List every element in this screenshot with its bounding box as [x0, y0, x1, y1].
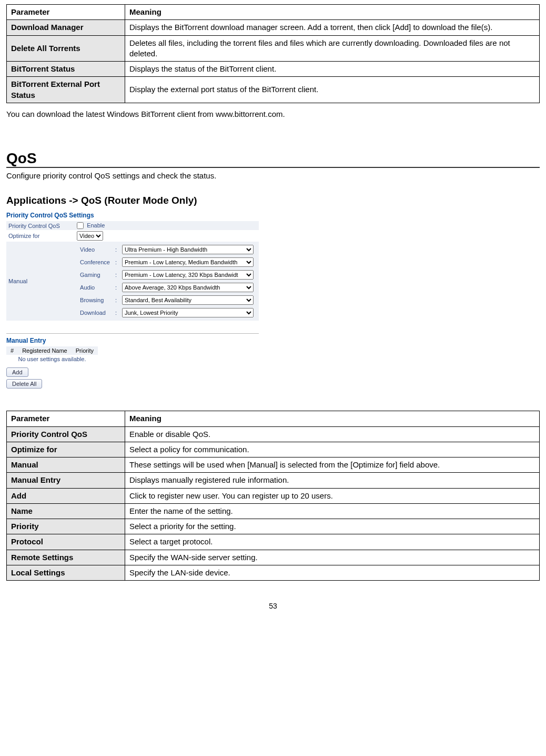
manual-settings-block: Video : Ultra Premium - High Bandwidth C…: [77, 243, 257, 320]
section-title-qos: QoS: [6, 150, 540, 168]
param-name: Manual: [7, 457, 125, 473]
param-meaning: Specify the LAN-side device.: [125, 565, 540, 580]
param-name: Download Manager: [7, 20, 125, 35]
no-user-message: No user settings available.: [6, 355, 98, 363]
manual-conference-select[interactable]: Premium - Low Latency, Medium Bandwidth: [122, 257, 254, 267]
param-meaning: These settings will be used when [Manual…: [125, 457, 540, 473]
optimize-for-label: Optimize for: [6, 230, 75, 242]
param-meaning: Displays the BitTorrent download manager…: [125, 20, 540, 35]
manual-audio-select[interactable]: Above Average, 320 Kbps Bandwidth: [122, 283, 254, 292]
param-name: Name: [7, 503, 125, 519]
enable-qos-checkbox[interactable]: [77, 222, 84, 229]
manual-entry-table: # Registered Name Priority No user setti…: [6, 346, 98, 363]
table-row: BitTorrent External Port Status Display …: [7, 77, 540, 103]
manual-gaming-label: Gaming: [78, 269, 112, 281]
param-name: Remote Settings: [7, 550, 125, 565]
divider: [6, 333, 259, 334]
table-row: Name Enter the name of the setting.: [7, 503, 540, 519]
param-name: BitTorrent Status: [7, 62, 125, 77]
qos-intro: Configure priority control QoS settings …: [6, 171, 540, 180]
manual-label: Manual: [6, 242, 75, 321]
param-name: Protocol: [7, 534, 125, 550]
param-meaning: Select a target protocol.: [125, 534, 540, 550]
param-meaning: Display the external port status of the …: [125, 77, 540, 103]
param-meaning: Displays the status of the BitTorrent cl…: [125, 62, 540, 77]
manual-audio-label: Audio: [78, 282, 112, 293]
table-row: Protocol Select a target protocol.: [7, 534, 540, 550]
manual-download-select[interactable]: Junk, Lowest Priority: [122, 308, 254, 317]
param-meaning: Enter the name of the setting.: [125, 503, 540, 519]
bittorrent-parameter-table: Parameter Meaning Download Manager Displ…: [6, 4, 540, 103]
manual-conference-label: Conference: [78, 256, 112, 268]
add-button[interactable]: Add: [6, 367, 28, 377]
qos-settings-table: Priority Control QoS Enable Optimize for…: [6, 221, 259, 321]
table-header-meaning: Meaning: [125, 5, 540, 20]
qos-parameter-table: Parameter Meaning Priority Control QoS E…: [6, 411, 540, 581]
param-name: Local Settings: [7, 565, 125, 580]
param-meaning: Deletes all files, including the torrent…: [125, 35, 540, 62]
param-name: Manual Entry: [7, 473, 125, 488]
table-header-parameter: Parameter: [7, 5, 125, 20]
page-number: 53: [6, 602, 540, 610]
table-row: Priority Control QoS Enable or disable Q…: [7, 426, 540, 442]
param-name: BitTorrent External Port Status: [7, 77, 125, 103]
qos-settings-screenshot: Priority Control QoS Settings Priority C…: [6, 212, 259, 390]
manual-entry-heading: Manual Entry: [6, 337, 259, 344]
param-meaning: Click to register new user. You can regi…: [125, 488, 540, 503]
table-row: Manual Entry Displays manually registere…: [7, 473, 540, 488]
param-meaning: Select a policy for communication.: [125, 442, 540, 457]
table-row: Optimize for Select a policy for communi…: [7, 442, 540, 457]
manual-video-select[interactable]: Ultra Premium - High Bandwidth: [122, 245, 254, 254]
table-header-parameter: Parameter: [7, 411, 125, 426]
table-row: Remote Settings Specify the WAN-side ser…: [7, 550, 540, 565]
manual-browsing-select[interactable]: Standard, Best Availability: [122, 295, 254, 305]
manual-browsing-label: Browsing: [78, 294, 112, 306]
qos-subtitle: Applications -> QoS (Router Mode Only): [6, 195, 540, 206]
manual-gaming-select[interactable]: Premium - Low Latency, 320 Kbps Bandwidt: [122, 270, 254, 280]
table-row: BitTorrent Status Displays the status of…: [7, 62, 540, 77]
enable-label: Enable: [87, 222, 105, 228]
entry-col-index: #: [6, 346, 18, 355]
table-row: Delete All Torrents Deletes all files, i…: [7, 35, 540, 62]
param-name: Add: [7, 488, 125, 503]
optimize-for-select[interactable]: Video: [77, 231, 103, 241]
param-name: Priority: [7, 519, 125, 534]
param-name: Optimize for: [7, 442, 125, 457]
entry-col-priority: Priority: [72, 346, 98, 355]
delete-all-button[interactable]: Delete All: [6, 379, 42, 389]
qos-settings-heading: Priority Control QoS Settings: [6, 212, 259, 219]
table-row: Priority Select a priority for the setti…: [7, 519, 540, 534]
table-header-meaning: Meaning: [125, 411, 540, 426]
table-row: Add Click to register new user. You can …: [7, 488, 540, 503]
table-row: Download Manager Displays the BitTorrent…: [7, 20, 540, 35]
entry-col-name: Registered Name: [18, 346, 72, 355]
param-meaning: Enable or disable QoS.: [125, 426, 540, 442]
param-meaning: Select a priority for the setting.: [125, 519, 540, 534]
param-meaning: Specify the WAN-side server setting.: [125, 550, 540, 565]
manual-video-label: Video: [78, 244, 112, 255]
param-name: Delete All Torrents: [7, 35, 125, 62]
bittorrent-note: You can download the latest Windows BitT…: [6, 110, 540, 118]
param-meaning: Displays manually registered rule inform…: [125, 473, 540, 488]
table-row: Local Settings Specify the LAN-side devi…: [7, 565, 540, 580]
param-name: Priority Control QoS: [7, 426, 125, 442]
table-row: Manual These settings will be used when …: [7, 457, 540, 473]
manual-download-label: Download: [78, 307, 112, 319]
priority-control-label: Priority Control QoS: [6, 221, 75, 231]
